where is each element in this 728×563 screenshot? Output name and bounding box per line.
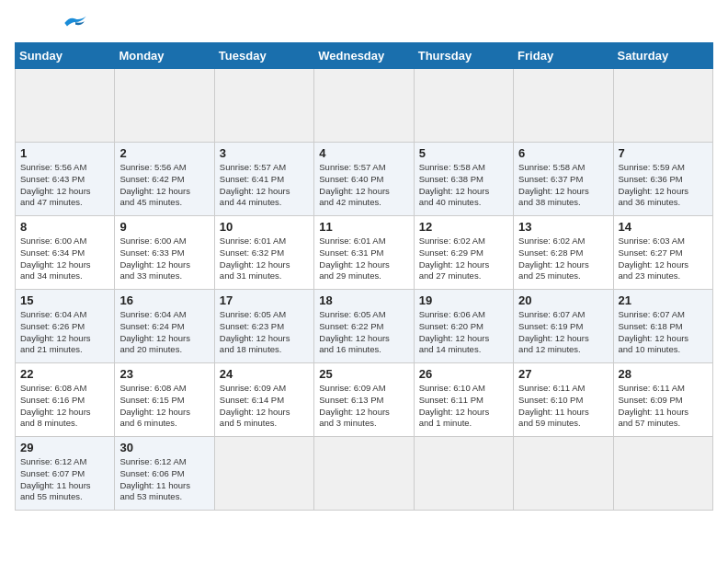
day-info: Sunrise: 5:57 AM Sunset: 6:41 PM Dayligh… — [220, 162, 309, 209]
day-info: Sunrise: 6:11 AM Sunset: 6:09 PM Dayligh… — [619, 383, 708, 430]
day-info: Sunrise: 6:03 AM Sunset: 6:27 PM Dayligh… — [619, 236, 708, 282]
day-info: Sunrise: 5:56 AM Sunset: 6:43 PM Dayligh… — [20, 162, 109, 209]
day-number: 16 — [119, 293, 209, 307]
calendar-cell: 7Sunrise: 5:59 AM Sunset: 6:36 PM Daylig… — [613, 143, 712, 216]
calendar-cell: 27Sunrise: 6:11 AM Sunset: 6:10 PM Dayli… — [514, 363, 613, 437]
day-number: 15 — [20, 293, 109, 307]
day-info: Sunrise: 5:59 AM Sunset: 6:36 PM Dayligh… — [619, 162, 708, 209]
calendar-cell: 5Sunrise: 5:58 AM Sunset: 6:38 PM Daylig… — [414, 143, 513, 216]
calendar-cell: 13Sunrise: 6:02 AM Sunset: 6:28 PM Dayli… — [514, 216, 613, 290]
weekday-header-sunday: Sunday — [16, 43, 115, 69]
calendar-cell — [414, 437, 513, 511]
day-info: Sunrise: 6:09 AM Sunset: 6:13 PM Dayligh… — [319, 383, 408, 430]
day-info: Sunrise: 6:01 AM Sunset: 6:31 PM Dayligh… — [319, 236, 408, 282]
calendar-cell: 18Sunrise: 6:05 AM Sunset: 6:22 PM Dayli… — [314, 290, 414, 363]
day-info: Sunrise: 6:12 AM Sunset: 6:06 PM Dayligh… — [119, 456, 209, 503]
day-info: Sunrise: 6:04 AM Sunset: 6:26 PM Dayligh… — [20, 309, 109, 356]
day-number: 28 — [619, 367, 708, 381]
day-info: Sunrise: 6:08 AM Sunset: 6:16 PM Dayligh… — [20, 383, 109, 430]
day-info: Sunrise: 5:58 AM Sunset: 6:37 PM Dayligh… — [518, 162, 608, 209]
day-number: 26 — [419, 367, 508, 381]
weekday-header-thursday: Thursday — [414, 43, 513, 69]
calendar-cell: 6Sunrise: 5:58 AM Sunset: 6:37 PM Daylig… — [514, 143, 613, 216]
day-number: 19 — [419, 293, 508, 307]
day-info: Sunrise: 6:05 AM Sunset: 6:22 PM Dayligh… — [319, 309, 408, 356]
day-info: Sunrise: 5:56 AM Sunset: 6:42 PM Dayligh… — [119, 162, 209, 209]
calendar-cell: 1Sunrise: 5:56 AM Sunset: 6:43 PM Daylig… — [16, 143, 115, 216]
calendar-cell: 25Sunrise: 6:09 AM Sunset: 6:13 PM Dayli… — [314, 363, 414, 437]
day-number: 12 — [419, 220, 508, 234]
calendar-cell: 22Sunrise: 6:08 AM Sunset: 6:16 PM Dayli… — [16, 363, 115, 437]
day-info: Sunrise: 6:09 AM Sunset: 6:14 PM Dayligh… — [220, 383, 309, 430]
calendar-cell: 21Sunrise: 6:07 AM Sunset: 6:18 PM Dayli… — [613, 290, 712, 363]
day-number: 21 — [619, 293, 708, 307]
calendar-cell: 9Sunrise: 6:00 AM Sunset: 6:33 PM Daylig… — [115, 216, 214, 290]
day-info: Sunrise: 6:04 AM Sunset: 6:24 PM Dayligh… — [119, 309, 209, 356]
day-info: Sunrise: 6:00 AM Sunset: 6:34 PM Dayligh… — [20, 236, 109, 282]
calendar-cell: 17Sunrise: 6:05 AM Sunset: 6:23 PM Dayli… — [214, 290, 313, 363]
day-number: 29 — [20, 441, 109, 454]
calendar-cell — [613, 437, 712, 511]
calendar-cell — [514, 69, 613, 143]
day-info: Sunrise: 6:05 AM Sunset: 6:23 PM Dayligh… — [220, 309, 309, 356]
calendar-cell — [214, 69, 313, 143]
weekday-header-saturday: Saturday — [613, 43, 712, 69]
calendar-cell — [16, 69, 115, 143]
calendar-cell — [115, 69, 214, 143]
calendar-cell: 15Sunrise: 6:04 AM Sunset: 6:26 PM Dayli… — [16, 290, 115, 363]
weekday-header-wednesday: Wednesday — [314, 43, 414, 69]
day-number: 30 — [119, 441, 209, 454]
calendar-cell: 28Sunrise: 6:11 AM Sunset: 6:09 PM Dayli… — [613, 363, 712, 437]
day-info: Sunrise: 6:01 AM Sunset: 6:32 PM Dayligh… — [220, 236, 309, 282]
day-number: 10 — [220, 220, 309, 234]
calendar-table: SundayMondayTuesdayWednesdayThursdayFrid… — [15, 42, 713, 511]
calendar-cell: 8Sunrise: 6:00 AM Sunset: 6:34 PM Daylig… — [16, 216, 115, 290]
calendar-cell: 4Sunrise: 5:57 AM Sunset: 6:40 PM Daylig… — [314, 143, 414, 216]
day-info: Sunrise: 6:08 AM Sunset: 6:15 PM Dayligh… — [119, 383, 209, 430]
day-info: Sunrise: 6:02 AM Sunset: 6:28 PM Dayligh… — [518, 236, 608, 282]
weekday-header-friday: Friday — [514, 43, 613, 69]
day-number: 5 — [419, 146, 508, 160]
day-number: 25 — [319, 367, 408, 381]
day-number: 11 — [319, 220, 408, 234]
calendar-cell: 12Sunrise: 6:02 AM Sunset: 6:29 PM Dayli… — [414, 216, 513, 290]
day-info: Sunrise: 6:00 AM Sunset: 6:33 PM Dayligh… — [119, 236, 209, 282]
weekday-header-monday: Monday — [115, 43, 214, 69]
calendar-cell: 19Sunrise: 6:06 AM Sunset: 6:20 PM Dayli… — [414, 290, 513, 363]
calendar-cell: 26Sunrise: 6:10 AM Sunset: 6:11 PM Dayli… — [414, 363, 513, 437]
calendar-cell — [214, 437, 313, 511]
calendar-cell: 20Sunrise: 6:07 AM Sunset: 6:19 PM Dayli… — [514, 290, 613, 363]
day-number: 2 — [119, 146, 209, 160]
calendar-cell — [613, 69, 712, 143]
day-number: 14 — [619, 220, 708, 234]
logo-bird-icon — [63, 15, 88, 31]
day-number: 3 — [220, 146, 309, 160]
day-info: Sunrise: 5:57 AM Sunset: 6:40 PM Dayligh… — [319, 162, 408, 209]
calendar-cell: 16Sunrise: 6:04 AM Sunset: 6:24 PM Dayli… — [115, 290, 214, 363]
day-info: Sunrise: 6:02 AM Sunset: 6:29 PM Dayligh… — [419, 236, 508, 282]
calendar-cell: 11Sunrise: 6:01 AM Sunset: 6:31 PM Dayli… — [314, 216, 414, 290]
day-info: Sunrise: 6:12 AM Sunset: 6:07 PM Dayligh… — [20, 456, 109, 503]
calendar-cell: 14Sunrise: 6:03 AM Sunset: 6:27 PM Dayli… — [613, 216, 712, 290]
day-number: 17 — [220, 293, 309, 307]
day-number: 27 — [518, 367, 608, 381]
calendar-cell: 29Sunrise: 6:12 AM Sunset: 6:07 PM Dayli… — [16, 437, 115, 511]
day-number: 13 — [518, 220, 608, 234]
calendar-cell — [314, 69, 414, 143]
calendar-cell: 3Sunrise: 5:57 AM Sunset: 6:41 PM Daylig… — [214, 143, 313, 216]
day-info: Sunrise: 6:07 AM Sunset: 6:18 PM Dayligh… — [619, 309, 708, 356]
calendar-cell — [414, 69, 513, 143]
day-number: 1 — [20, 146, 109, 160]
calendar-cell: 23Sunrise: 6:08 AM Sunset: 6:15 PM Dayli… — [115, 363, 214, 437]
calendar-cell — [314, 437, 414, 511]
calendar-cell: 10Sunrise: 6:01 AM Sunset: 6:32 PM Dayli… — [214, 216, 313, 290]
day-info: Sunrise: 6:10 AM Sunset: 6:11 PM Dayligh… — [419, 383, 508, 430]
day-info: Sunrise: 6:11 AM Sunset: 6:10 PM Dayligh… — [518, 383, 608, 430]
day-number: 9 — [119, 220, 209, 234]
weekday-header-tuesday: Tuesday — [214, 43, 313, 69]
day-info: Sunrise: 6:07 AM Sunset: 6:19 PM Dayligh… — [518, 309, 608, 356]
day-number: 23 — [119, 367, 209, 381]
day-number: 20 — [518, 293, 608, 307]
calendar-cell: 2Sunrise: 5:56 AM Sunset: 6:42 PM Daylig… — [115, 143, 214, 216]
day-number: 7 — [619, 146, 708, 160]
